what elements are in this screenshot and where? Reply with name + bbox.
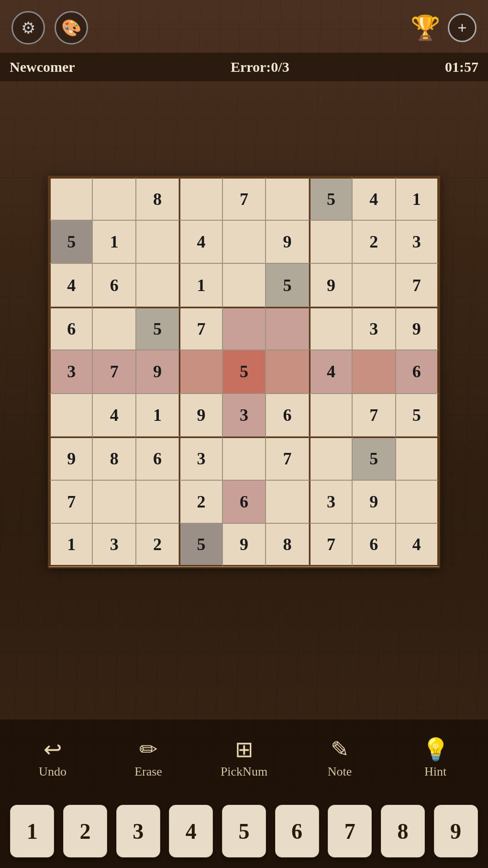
- cell[interactable]: [49, 394, 92, 437]
- cell[interactable]: 5: [222, 350, 266, 393]
- cell[interactable]: 1: [92, 220, 135, 263]
- cell[interactable]: [136, 480, 179, 523]
- number-button-2[interactable]: 2: [63, 805, 107, 857]
- cell[interactable]: 5: [352, 437, 395, 480]
- cell[interactable]: 4: [179, 220, 222, 263]
- cell[interactable]: 7: [49, 480, 92, 523]
- cell[interactable]: 2: [179, 480, 222, 523]
- cell[interactable]: [309, 394, 352, 437]
- cell[interactable]: 3: [49, 350, 92, 393]
- number-button-7[interactable]: 7: [328, 805, 372, 857]
- cell[interactable]: 4: [309, 350, 352, 393]
- grid-container: 8754151492346159765739379546419367598637…: [0, 81, 488, 662]
- cell[interactable]: 4: [92, 394, 135, 437]
- cell[interactable]: [222, 437, 266, 480]
- cell[interactable]: [136, 220, 179, 263]
- cell[interactable]: 8: [92, 437, 135, 480]
- cell[interactable]: 9: [266, 220, 309, 263]
- cell[interactable]: 5: [136, 307, 179, 350]
- cell[interactable]: 9: [136, 350, 179, 393]
- cell[interactable]: 9: [179, 394, 222, 437]
- note-button[interactable]: ✎ Note: [309, 739, 371, 779]
- cell[interactable]: 1: [179, 263, 222, 306]
- cell[interactable]: [352, 350, 395, 393]
- cell[interactable]: 9: [309, 263, 352, 306]
- cell[interactable]: 7: [92, 350, 135, 393]
- cell[interactable]: 1: [396, 177, 439, 220]
- cell[interactable]: 6: [136, 437, 179, 480]
- cell[interactable]: 3: [92, 523, 135, 566]
- cell[interactable]: 4: [352, 177, 395, 220]
- cell[interactable]: 8: [136, 177, 179, 220]
- cell[interactable]: [92, 307, 135, 350]
- undo-label: Undo: [39, 765, 67, 779]
- cell[interactable]: 5: [179, 523, 222, 566]
- cell[interactable]: [92, 177, 135, 220]
- cell[interactable]: [179, 177, 222, 220]
- number-button-9[interactable]: 9: [434, 805, 478, 857]
- number-button-5[interactable]: 5: [222, 805, 266, 857]
- cell[interactable]: [266, 307, 309, 350]
- cell[interactable]: [309, 220, 352, 263]
- cell[interactable]: 4: [396, 523, 439, 566]
- cell[interactable]: 6: [396, 350, 439, 393]
- number-button-1[interactable]: 1: [10, 805, 54, 857]
- cell[interactable]: 3: [179, 437, 222, 480]
- cell[interactable]: 4: [49, 263, 92, 306]
- cell[interactable]: 7: [352, 394, 395, 437]
- add-button[interactable]: +: [448, 13, 477, 42]
- cell[interactable]: 7: [396, 263, 439, 306]
- cell[interactable]: [179, 350, 222, 393]
- cell[interactable]: [136, 263, 179, 306]
- cell[interactable]: 5: [396, 394, 439, 437]
- cell[interactable]: 3: [396, 220, 439, 263]
- cell[interactable]: 7: [309, 523, 352, 566]
- cell[interactable]: [266, 480, 309, 523]
- cell[interactable]: 3: [309, 480, 352, 523]
- cell[interactable]: [49, 177, 92, 220]
- cell[interactable]: [352, 263, 395, 306]
- cell[interactable]: 5: [266, 263, 309, 306]
- cell[interactable]: 2: [136, 523, 179, 566]
- cell[interactable]: 9: [222, 523, 266, 566]
- cell[interactable]: 6: [92, 263, 135, 306]
- picknum-button[interactable]: ⊞ PickNum: [213, 739, 275, 779]
- cell[interactable]: 5: [49, 220, 92, 263]
- hint-button[interactable]: 💡 Hint: [404, 739, 466, 779]
- erase-button[interactable]: ✏ Erase: [117, 739, 179, 779]
- cell[interactable]: [222, 220, 266, 263]
- cell[interactable]: 7: [222, 177, 266, 220]
- cell[interactable]: 5: [309, 177, 352, 220]
- palette-button[interactable]: 🎨: [55, 11, 88, 45]
- cell[interactable]: [309, 307, 352, 350]
- cell[interactable]: 1: [49, 523, 92, 566]
- cell[interactable]: 6: [49, 307, 92, 350]
- cell[interactable]: 8: [266, 523, 309, 566]
- cell[interactable]: 9: [352, 480, 395, 523]
- cell[interactable]: 3: [222, 394, 266, 437]
- number-button-6[interactable]: 6: [275, 805, 319, 857]
- cell[interactable]: [266, 350, 309, 393]
- cell[interactable]: 1: [136, 394, 179, 437]
- number-button-3[interactable]: 3: [116, 805, 160, 857]
- settings-button[interactable]: ⚙: [11, 11, 45, 45]
- cell[interactable]: 2: [352, 220, 395, 263]
- cell[interactable]: [266, 177, 309, 220]
- cell[interactable]: [222, 307, 266, 350]
- cell[interactable]: [92, 480, 135, 523]
- cell[interactable]: 6: [222, 480, 266, 523]
- cell[interactable]: [396, 480, 439, 523]
- number-button-8[interactable]: 8: [381, 805, 425, 857]
- cell[interactable]: 3: [352, 307, 395, 350]
- number-button-4[interactable]: 4: [169, 805, 213, 857]
- cell[interactable]: 6: [266, 394, 309, 437]
- cell[interactable]: 7: [266, 437, 309, 480]
- cell[interactable]: [396, 437, 439, 480]
- cell[interactable]: 9: [49, 437, 92, 480]
- undo-button[interactable]: ↩ Undo: [22, 739, 84, 779]
- cell[interactable]: [309, 437, 352, 480]
- cell[interactable]: 9: [396, 307, 439, 350]
- cell[interactable]: 7: [179, 307, 222, 350]
- cell[interactable]: 6: [352, 523, 395, 566]
- cell[interactable]: [222, 263, 266, 306]
